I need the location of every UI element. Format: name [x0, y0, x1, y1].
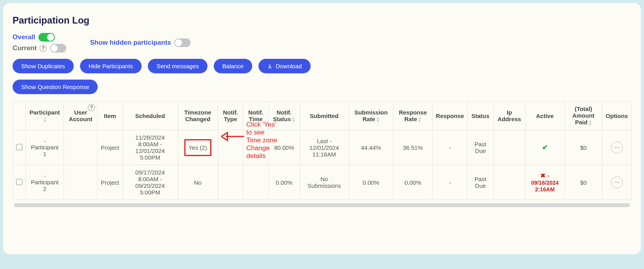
sort-icon: ▲▼ — [418, 116, 422, 123]
col-checkbox — [13, 102, 26, 130]
ip-cell — [493, 130, 525, 165]
participant-name[interactable]: Participant 1 — [31, 144, 59, 157]
table-row: ⌄Participant 1Project11/28/2024 8:00AM -… — [13, 130, 631, 165]
annot-l5: details — [246, 152, 277, 160]
col-status[interactable]: Status — [468, 102, 494, 130]
col-user-account-label: User Account — [69, 109, 93, 122]
toggles-row: Overall Current ? Show hidden participan… — [13, 33, 631, 53]
resp-rate-cell: 0.00% — [393, 165, 433, 200]
user-account-cell — [64, 165, 98, 200]
show-question-response-button[interactable]: Show Question Response — [13, 80, 98, 94]
button-row-1: Show Duplicates Hide Participants Send m… — [13, 59, 631, 73]
item-cell: Project — [98, 165, 123, 200]
col-item-label: Item — [104, 113, 116, 119]
col-resp-rate[interactable]: Response Rate▲▼ — [393, 102, 433, 130]
col-tz[interactable]: Timezone Changed — [178, 102, 218, 130]
horizontal-scrollbar[interactable] — [14, 203, 630, 207]
notif-type-cell — [218, 130, 243, 165]
submitted-cell: No Submissions — [300, 165, 349, 200]
page-title: Participation Log — [13, 15, 631, 26]
sub-rate-cell: 0.00% — [349, 165, 393, 200]
col-response-label: Response — [436, 113, 464, 119]
sort-icon: ▲▼ — [588, 120, 592, 126]
item-cell: Project — [98, 130, 123, 165]
row-checkbox[interactable] — [16, 144, 22, 150]
col-active-label: Active — [536, 113, 554, 119]
annot-l3: Time zone — [246, 136, 277, 144]
annot-l4: Change — [246, 144, 277, 152]
annot-l1: Click 'Yes' — [246, 121, 277, 129]
col-user-account[interactable]: User Account ? — [64, 102, 98, 130]
col-participant[interactable]: Participant▲▼ — [26, 102, 64, 130]
tz-cell: No — [178, 165, 218, 200]
row-checkbox[interactable] — [16, 179, 22, 185]
col-ip-label: Ip Address — [498, 109, 521, 122]
col-submitted[interactable]: Submitted — [300, 102, 349, 130]
table-row: ⌄Participant 2Project09/17/2024 8:00AM -… — [13, 165, 631, 200]
participation-table: Participant▲▼ User Account ? Item Schedu… — [13, 101, 631, 200]
annot-l2: to see — [246, 129, 277, 136]
sub-rate-cell: 44.44% — [349, 130, 393, 165]
paid-cell: $0 — [564, 165, 602, 200]
table-wrap: Participant▲▼ User Account ? Item Schedu… — [13, 101, 631, 200]
hide-participants-button[interactable]: Hide Participants — [80, 59, 142, 73]
col-participant-label: Participant — [29, 109, 60, 116]
col-scheduled[interactable]: Scheduled — [122, 102, 178, 130]
col-item[interactable]: Item — [98, 102, 123, 130]
notif-status-cell: 0.00% — [269, 165, 300, 200]
paid-cell: $0 — [564, 130, 602, 165]
inactive-date: 09/16/2024 2:16AM — [531, 180, 558, 193]
response-cell: - — [433, 130, 468, 165]
sort-icon: ▲▼ — [376, 116, 380, 123]
options-button[interactable]: ⋯ — [611, 176, 623, 188]
tz-changed-value: No — [194, 179, 202, 186]
balance-button[interactable]: Balance — [214, 59, 252, 73]
resp-rate-cell: 36.51% — [393, 130, 433, 165]
status-cell: Past Due — [468, 165, 494, 200]
download-icon — [267, 64, 273, 69]
active-cell: ✖ - 09/16/2024 2:16AM — [525, 165, 564, 200]
ip-cell — [493, 165, 525, 200]
download-button[interactable]: Download — [258, 59, 311, 73]
download-label: Download — [276, 63, 302, 69]
overall-toggle[interactable] — [38, 33, 55, 42]
col-active[interactable]: Active — [525, 102, 564, 130]
active-cell: ✔ — [525, 130, 564, 165]
current-toggle[interactable] — [50, 44, 66, 53]
col-tz-label: Timezone Changed — [184, 109, 211, 122]
tz-cell: Yes (2) — [178, 130, 218, 165]
header-row: Participant▲▼ User Account ? Item Schedu… — [13, 102, 631, 130]
col-sub-rate[interactable]: Submission Rate▲▼ — [349, 102, 393, 130]
col-response[interactable]: Response — [433, 102, 468, 130]
options-button[interactable]: ⋯ — [611, 142, 623, 153]
col-submitted-label: Submitted — [310, 113, 338, 119]
col-options[interactable]: Options — [602, 102, 631, 130]
col-notif-status-label: Notif. Status — [273, 109, 292, 122]
scheduled-cell: 11/28/2024 8:00AM - 12/01/2024 5:00PM — [122, 130, 178, 165]
chevron-down-icon[interactable]: ⌄ — [29, 173, 60, 178]
col-resp-rate-label: Response Rate — [399, 109, 427, 122]
sort-icon: ▲▼ — [292, 116, 295, 123]
col-status-label: Status — [471, 113, 489, 119]
col-notif-type-label: Notif. Type — [223, 109, 238, 122]
col-ip[interactable]: Ip Address — [493, 102, 525, 130]
col-paid[interactable]: (Total) Amount Paid▲▼ — [564, 102, 602, 130]
show-duplicates-button[interactable]: Show Duplicates — [13, 59, 74, 73]
send-messages-button[interactable]: Send messages — [148, 59, 207, 73]
chevron-down-icon[interactable]: ⌄ — [29, 138, 60, 143]
show-hidden-label: Show hidden participants — [90, 39, 171, 47]
show-hidden-toggle[interactable] — [174, 38, 191, 47]
col-notif-time-label: Notif. Time — [248, 109, 263, 122]
participant-name[interactable]: Participant 2 — [31, 179, 59, 192]
scheduled-cell: 09/17/2024 8:00AM - 09/20/2024 5:00PM — [122, 165, 178, 200]
sort-icon: ▲▼ — [44, 116, 47, 123]
user-account-cell — [64, 130, 98, 165]
notif-type-cell — [218, 165, 243, 200]
tz-changed-link[interactable]: Yes (2) — [184, 139, 211, 156]
col-notif-type[interactable]: Notif. Type — [218, 102, 243, 130]
help-icon[interactable]: ? — [88, 104, 95, 111]
help-icon[interactable]: ? — [40, 45, 47, 52]
overall-label: Overall — [13, 33, 35, 41]
response-cell: - — [433, 165, 468, 200]
col-sub-rate-label: Submission Rate — [354, 109, 387, 122]
